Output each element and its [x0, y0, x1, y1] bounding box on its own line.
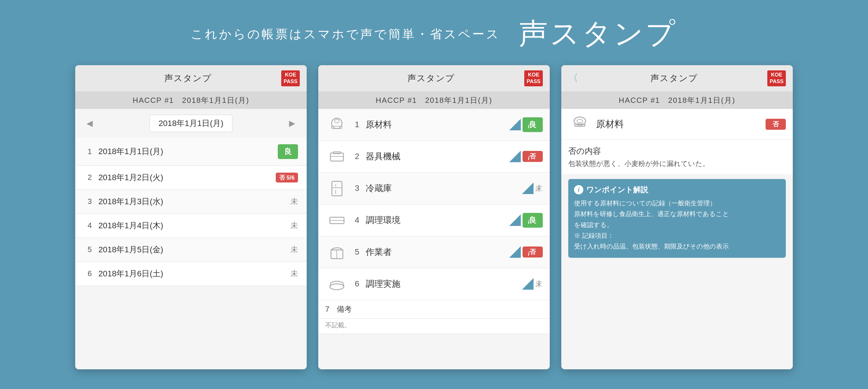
status-badge: 否 — [523, 247, 543, 257]
no-reason-text: 包装状態が悪く、小麦粉が外に漏れていた。 — [568, 159, 786, 168]
cat-num: 2 — [351, 152, 363, 161]
hint-icon: i — [574, 185, 583, 194]
status-badge: 良 — [523, 213, 543, 228]
item-num: 1 — [84, 147, 95, 156]
category-icon — [325, 210, 348, 230]
phone2: 声スタンプ KOE PASS HACCP #1 2018年1月1日(月) 1 原… — [318, 65, 550, 369]
date-list-item[interactable]: 5 2018年1月5日(金) 未 — [75, 238, 307, 262]
header-area: これからの帳票はスマホで声で簡単・省スペース 声スタンプ — [0, 0, 868, 65]
item-num: 3 — [84, 197, 95, 206]
info-triangle[interactable] — [522, 278, 533, 290]
status-badge: 未 — [290, 269, 298, 279]
item-date: 2018年1月5日(金) — [98, 244, 290, 255]
note-value: 不記載。 — [318, 318, 550, 334]
category-list-item[interactable]: 5 作業者 否 — [318, 237, 550, 268]
phone3-app-name: 声スタンプ — [650, 73, 698, 84]
hint-line: を確認する。 — [574, 220, 780, 230]
detail-header-row: 原材料 否 — [561, 109, 793, 140]
item-date: 2018年1月6日(土) — [98, 268, 290, 279]
cat-name: 調理環境 — [366, 214, 509, 226]
cat-num: 6 — [351, 279, 363, 288]
info-triangle[interactable] — [509, 150, 521, 162]
category-icon — [325, 114, 348, 135]
category-list-item[interactable]: 3 冷蔵庫 未 — [318, 173, 550, 204]
date-nav: 2018年1月1日(月) — [75, 109, 307, 138]
category-icon — [325, 178, 348, 198]
phone1-app-name: 声スタンプ — [164, 73, 212, 84]
category-list-item[interactable]: 6 調理実施 未 — [318, 268, 550, 300]
status-badge: 良 — [523, 117, 543, 132]
item-num: 6 — [84, 269, 95, 278]
hint-line: 原材料を研修し食品衛生上、適正な原材料であること — [574, 209, 780, 219]
info-triangle[interactable] — [522, 183, 533, 194]
cat-name: 原材料 — [366, 119, 509, 131]
phone3: 〈 声スタンプ KOE PASS HACCP #1 2018年1月1日(月) 原… — [561, 65, 793, 369]
detail-title: 原材料 — [596, 118, 766, 131]
category-icon — [325, 242, 348, 262]
status-badge: 未 — [290, 245, 298, 255]
status-badge: 未 — [290, 196, 298, 206]
date-list-item[interactable]: 2 2018年1月2日(火) 否 5/6 — [75, 166, 307, 190]
phone2-app-name: 声スタンプ — [407, 73, 455, 84]
info-triangle[interactable] — [509, 246, 521, 258]
phone3-subheader: HACCP #1 2018年1月1日(月) — [561, 92, 793, 109]
date-list: 1 2018年1月1日(月) 良 2 2018年1月2日(火) 否 5/6 3 … — [75, 138, 307, 286]
status-badge: 未 — [290, 220, 298, 230]
category-icon — [325, 146, 348, 167]
koe-badge-3: KOE PASS — [767, 71, 786, 86]
date-list-item[interactable]: 6 2018年1月6日(土) 未 — [75, 262, 307, 286]
detail-icon — [568, 114, 591, 134]
phone1: 声スタンプ KOE PASS HACCP #1 2018年1月1日(月) 201… — [75, 65, 307, 369]
no-reason-section: 否の内容 包装状態が悪く、小麦粉が外に漏れていた。 — [561, 140, 793, 174]
phone2-header: 声スタンプ KOE PASS — [318, 65, 550, 92]
date-list-item[interactable]: 3 2018年1月3日(水) 未 — [75, 190, 307, 214]
category-icon — [325, 274, 348, 294]
cat-num: 4 — [351, 216, 363, 225]
back-icon[interactable]: 〈 — [568, 72, 578, 85]
cat-num: 3 — [351, 184, 363, 193]
header-subtitle: これからの帳票はスマホで声で簡単・省スペース — [191, 26, 500, 42]
date-list-item[interactable]: 4 2018年1月4日(木) 未 — [75, 214, 307, 238]
cat-name: 調理実施 — [366, 278, 522, 290]
category-list-item[interactable]: 4 調理環境 良 — [318, 204, 550, 237]
no-reason-title: 否の内容 — [568, 146, 786, 157]
phone1-subheader: HACCP #1 2018年1月1日(月) — [75, 92, 307, 109]
svg-point-14 — [330, 284, 344, 290]
date-display[interactable]: 2018年1月1日(月) — [150, 115, 232, 132]
hint-line: 受け入れ時の品温、包装状態、期限及びその他の表示 — [574, 241, 780, 252]
hint-body: 使用する原材料についての記録（一般衛生管理）原材料を研修し食品衛生上、適正な原材… — [574, 198, 780, 252]
status-badge: 良 — [278, 144, 298, 159]
hint-box: i ワンポイント解説 使用する原材料についての記録（一般衛生管理）原材料を研修し… — [568, 179, 786, 258]
koe-badge-2: KOE PASS — [524, 71, 543, 86]
phone2-subheader: HACCP #1 2018年1月1日(月) — [318, 92, 550, 109]
cat-name: 冷蔵庫 — [366, 183, 522, 194]
phones-container: 声スタンプ KOE PASS HACCP #1 2018年1月1日(月) 201… — [0, 65, 868, 369]
status-badge: 否 — [523, 151, 543, 162]
hint-line: 使用する原材料についての記録（一般衛生管理） — [574, 198, 780, 209]
hint-title: i ワンポイント解説 — [574, 185, 780, 195]
date-list-item[interactable]: 1 2018年1月1日(月) 良 — [75, 138, 307, 166]
item-date: 2018年1月1日(月) — [98, 146, 278, 157]
category-list-item[interactable]: 1 原材料 良 — [318, 109, 550, 141]
item-date: 2018年1月2日(火) — [98, 172, 276, 183]
header-title: 声スタンプ — [519, 15, 677, 54]
phone2-badge: KOE PASS — [520, 71, 543, 86]
svg-rect-6 — [332, 181, 342, 196]
svg-rect-3 — [331, 153, 343, 161]
info-triangle[interactable] — [509, 119, 521, 130]
info-triangle[interactable] — [509, 214, 521, 226]
item-date: 2018年1月4日(木) — [98, 220, 290, 231]
cat-name: 作業者 — [366, 246, 509, 258]
detail-status: 否 — [766, 119, 786, 130]
cat-name: 器具機械 — [366, 150, 509, 163]
category-list-item[interactable]: 2 器具機械 否 — [318, 141, 550, 173]
hint-line: ※ 記録項目： — [574, 230, 780, 241]
phone1-header: 声スタンプ KOE PASS — [75, 65, 307, 92]
next-arrow[interactable] — [286, 118, 298, 129]
svg-point-1 — [335, 119, 339, 123]
phone3-back[interactable]: 〈 — [568, 72, 586, 85]
note-label: 7 備考 — [318, 300, 550, 318]
item-num: 2 — [84, 173, 95, 182]
prev-arrow[interactable] — [84, 118, 95, 129]
svg-point-0 — [332, 118, 342, 129]
